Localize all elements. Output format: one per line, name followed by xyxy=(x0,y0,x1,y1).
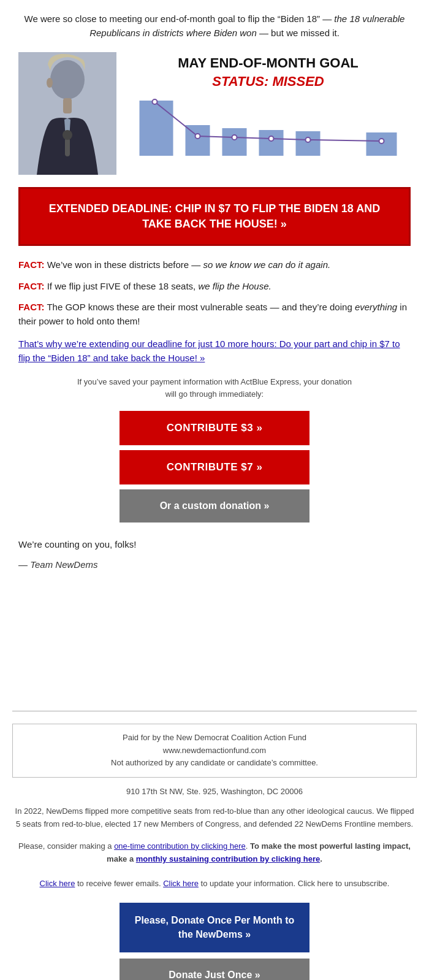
link-section: That’s why we’re extending our deadline … xyxy=(18,337,411,365)
footer-box-line3: Not authorized by any candidate or candi… xyxy=(25,757,404,770)
fewer-emails-link[interactable]: Click here xyxy=(40,879,75,888)
fact-2-italic: we flip the House. xyxy=(198,281,271,291)
fact-3-label: FACT: xyxy=(18,302,45,312)
unsub-text1: to receive fewer emails. xyxy=(75,879,163,888)
svg-rect-2 xyxy=(63,98,72,113)
signature: — Team NewDems xyxy=(18,559,411,570)
monthly-donate-button[interactable]: Please, Donate Once Per Month to the New… xyxy=(120,903,309,952)
footer-links: Please, consider making a one-time contr… xyxy=(12,840,417,866)
chart-status: STATUS: MISSED xyxy=(126,74,411,90)
svg-rect-10 xyxy=(296,131,321,156)
cta-banner[interactable]: EXTENDED DEADLINE: CHIP IN $7 TO FLIP TH… xyxy=(18,187,411,246)
svg-rect-8 xyxy=(222,128,247,156)
chart-title: MAY END-OF-MONTH GOAL xyxy=(126,55,411,71)
intro-text-2: — but we missed it. xyxy=(259,28,340,38)
fact-3-text: The GOP knows these are their most vulne… xyxy=(47,302,355,312)
contribute-3-button[interactable]: CONTRIBUTE $3 » xyxy=(120,411,309,445)
update-info-link[interactable]: Click here xyxy=(163,879,199,888)
svg-point-12 xyxy=(153,99,158,104)
extend-deadline-link[interactable]: That’s why we’re extending our deadline … xyxy=(18,339,400,363)
svg-point-3 xyxy=(47,78,53,88)
fact-2-text: If we flip just FIVE of these 18 seats, xyxy=(47,281,199,291)
spacer xyxy=(18,576,411,699)
svg-point-17 xyxy=(379,139,384,144)
fact-1-italic: so we know we can do it again. xyxy=(203,259,331,270)
footer-box-line2: www.newdemactionfund.com xyxy=(25,745,404,757)
intro-text-1: We were so close to meeting our end-of-m… xyxy=(25,13,332,24)
svg-point-13 xyxy=(196,134,200,139)
donate-buttons: CONTRIBUTE $3 » CONTRIBUTE $7 » Or a cus… xyxy=(18,411,411,523)
fact-2: FACT: If we flip just FIVE of these 18 s… xyxy=(18,280,411,294)
unsub-text2: to update your information. Click here t… xyxy=(199,879,389,888)
chart-area: MAY END-OF-MONTH GOAL STATUS: MISSED xyxy=(123,52,411,170)
chart-section: MAY END-OF-MONTH GOAL STATUS: MISSED xyxy=(18,52,411,175)
biden-photo xyxy=(18,52,116,175)
footer-desc: In 2022, NewDems flipped more competitiv… xyxy=(12,805,417,831)
fact-3: FACT: The GOP knows these are their most… xyxy=(18,301,411,328)
custom-donation-button[interactable]: Or a custom donation » xyxy=(120,489,309,523)
closing-line1: We’re counting on you, folks! xyxy=(18,538,411,552)
footer-note-part1: Please, consider making a xyxy=(18,841,114,851)
fact-1-label: FACT: xyxy=(18,259,45,270)
facts-section: FACT: We’ve won in these districts befor… xyxy=(18,258,411,328)
intro-paragraph: We were so close to meeting our end-of-m… xyxy=(18,12,411,40)
svg-point-1 xyxy=(50,60,85,99)
actblue-note: If you’ve saved your payment information… xyxy=(18,376,411,400)
monthly-link[interactable]: monthly sustaining contribution by click… xyxy=(136,854,320,863)
footer-address: 910 17th St NW, Ste. 925, Washington, DC… xyxy=(12,787,417,796)
one-time-link[interactable]: one-time contribution by clicking here xyxy=(114,841,246,851)
footer-note-bold2: . xyxy=(320,854,322,863)
svg-point-15 xyxy=(269,136,274,141)
svg-point-14 xyxy=(232,135,237,140)
chart-svg xyxy=(126,94,411,168)
fact-1: FACT: We’ve won in these districts befor… xyxy=(18,258,411,272)
contribute-7-button[interactable]: CONTRIBUTE $7 » xyxy=(120,450,309,484)
footer-divider xyxy=(12,711,417,711)
svg-point-16 xyxy=(306,137,311,142)
fact-1-text: We’ve won in these districts before — xyxy=(47,259,203,270)
donate-once-button[interactable]: Donate Just Once » xyxy=(120,959,309,980)
footer-box: Paid for by the New Democrat Coalition A… xyxy=(12,724,417,778)
footer-unsub: Click here to receive fewer emails. Clic… xyxy=(12,878,417,890)
svg-rect-9 xyxy=(259,130,284,156)
svg-rect-4 xyxy=(65,138,70,156)
svg-point-5 xyxy=(63,130,72,140)
fact-2-label: FACT: xyxy=(18,281,45,291)
footer: Paid for by the New Democrat Coalition A… xyxy=(0,724,429,980)
footer-box-line1: Paid for by the New Democrat Coalition A… xyxy=(25,732,404,745)
footer-note-part2: . xyxy=(246,841,250,851)
svg-rect-6 xyxy=(140,101,173,156)
fact-3-italic: everything xyxy=(355,302,397,312)
